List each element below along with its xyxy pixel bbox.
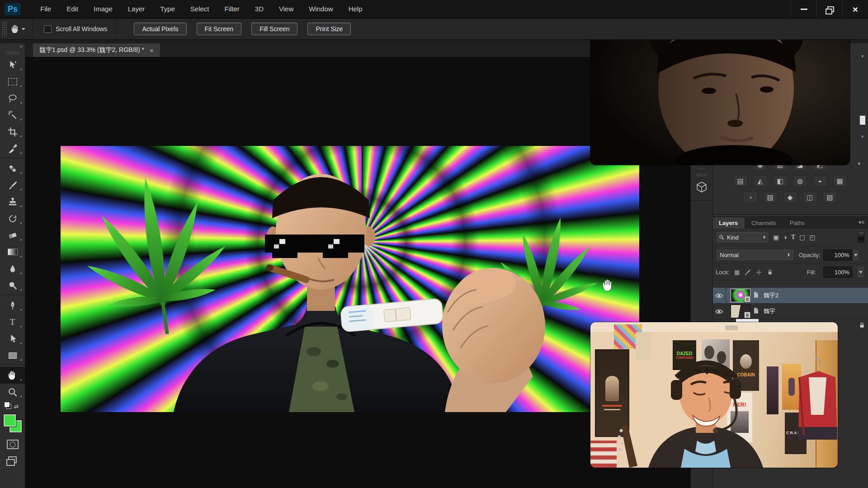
screen-mode-button[interactable]: [8, 456, 17, 463]
hue-saturation-icon[interactable]: ◭: [753, 175, 768, 187]
panel-menu-icon[interactable]: ▾≡: [859, 219, 864, 225]
menu-layer[interactable]: Layer: [120, 0, 153, 18]
filtering-toggle[interactable]: [858, 231, 864, 243]
history-brush-icon: [8, 214, 18, 224]
photo-filter-icon[interactable]: ◓: [813, 175, 827, 187]
vibrance-icon[interactable]: ▤: [733, 175, 748, 187]
filter-shape-layers-icon[interactable]: ▢: [799, 234, 805, 241]
channel-mixer-icon[interactable]: ▦: [833, 175, 847, 187]
layer-row-weiyu[interactable]: 魏宇: [712, 304, 868, 319]
foreground-color-swatch[interactable]: [4, 414, 16, 427]
color-balance-icon[interactable]: ◧: [773, 175, 788, 187]
filter-pixel-layers-icon[interactable]: ▣: [773, 234, 779, 241]
menu-file[interactable]: File: [33, 0, 59, 18]
menu-view[interactable]: View: [271, 0, 301, 18]
fill-value[interactable]: 100%: [823, 267, 852, 278]
layer-name[interactable]: 魏宇2: [764, 291, 778, 300]
lock-position-icon[interactable]: [755, 269, 762, 276]
filter-type-layers-icon[interactable]: T: [791, 234, 795, 241]
expand-icon[interactable]: ▼: [857, 161, 862, 166]
quick-mask-button[interactable]: [7, 440, 19, 449]
zoom-tool[interactable]: [0, 384, 25, 400]
menu-image[interactable]: Image: [86, 0, 120, 18]
filter-smart-objects-icon[interactable]: ◰: [809, 234, 815, 241]
dodge-tool[interactable]: [0, 277, 25, 294]
facecam-top-video: [590, 20, 850, 165]
fill-dropdown-button[interactable]: [857, 266, 864, 278]
fit-screen-button[interactable]: Fit Screen: [197, 23, 242, 35]
canvas-image[interactable]: [61, 146, 639, 412]
lock-transparency-icon[interactable]: ▦: [734, 269, 740, 276]
filter-adjustment-layers-icon[interactable]: ◑: [783, 234, 787, 241]
opacity-dropdown-button[interactable]: [852, 249, 860, 261]
tab-channels[interactable]: Channels: [745, 217, 783, 229]
rectangular-marquee-tool[interactable]: [0, 73, 25, 90]
invert-icon[interactable]: ◔: [743, 192, 758, 203]
toolbar-collapse-button[interactable]: »: [0, 43, 25, 50]
path-select-icon: [8, 334, 18, 344]
print-size-button[interactable]: Print Size: [307, 23, 351, 35]
tab-layers[interactable]: Layers: [712, 217, 745, 229]
move-tool[interactable]: [0, 56, 25, 73]
tab-close-icon[interactable]: ×: [150, 47, 154, 54]
restore-button[interactable]: [816, 0, 842, 18]
lock-all-icon[interactable]: [767, 269, 774, 276]
zoom-icon: [8, 387, 18, 397]
3d-panel-button[interactable]: [695, 181, 708, 195]
posterize-icon[interactable]: ▨: [763, 192, 778, 203]
current-tool-button[interactable]: [7, 21, 28, 37]
hand-tool[interactable]: [0, 367, 25, 384]
scroll-all-windows-checkbox[interactable]: [44, 25, 52, 33]
dock-dots: ···: [698, 164, 705, 171]
visibility-toggle[interactable]: [712, 288, 726, 303]
threshold-icon[interactable]: ◆: [783, 192, 797, 203]
gradient-tool[interactable]: [0, 244, 25, 260]
menu-select[interactable]: Select: [183, 0, 217, 18]
fill-screen-button[interactable]: Fill Screen: [251, 23, 297, 35]
menu-type[interactable]: Type: [152, 0, 183, 18]
actual-pixels-button[interactable]: Actual Pixels: [134, 23, 186, 35]
minimize-button[interactable]: [791, 0, 816, 18]
default-colors-icon[interactable]: [6, 404, 11, 409]
pen-tool[interactable]: [0, 297, 25, 314]
path-selection-tool[interactable]: [0, 330, 25, 347]
swap-colors-icon[interactable]: ⇄: [14, 403, 19, 410]
crop-tool[interactable]: [0, 123, 25, 140]
menu-edit[interactable]: Edit: [59, 0, 86, 18]
menu-window[interactable]: Window: [301, 0, 340, 18]
quick-selection-tool[interactable]: [0, 107, 25, 123]
kind-filter-dropdown[interactable]: Kind ▲▼: [716, 231, 769, 244]
rectangle-shape-tool[interactable]: [0, 347, 25, 364]
lock-paint-icon[interactable]: [744, 269, 751, 276]
selective-color-icon[interactable]: ▧: [823, 192, 837, 203]
opacity-value[interactable]: 100%: [823, 249, 852, 261]
clone-stamp-tool[interactable]: [0, 193, 25, 210]
type-tool[interactable]: T: [0, 314, 25, 330]
blur-tool[interactable]: [0, 260, 25, 277]
tab-paths[interactable]: Paths: [783, 217, 811, 229]
dock-divider: [691, 201, 712, 202]
brush-tool[interactable]: [0, 177, 25, 193]
menu-3d[interactable]: 3D: [247, 0, 271, 18]
menu-help[interactable]: Help: [341, 0, 370, 18]
layer-row-weiyu2[interactable]: 魏宇2: [712, 288, 868, 304]
layer-name[interactable]: 魏宇: [764, 307, 775, 315]
black-white-icon[interactable]: ◍: [793, 175, 807, 187]
toolbar-grip[interactable]: [6, 51, 19, 54]
eraser-tool[interactable]: [0, 227, 25, 244]
background-layer-thumbnail-sliver: [736, 319, 759, 322]
visibility-toggle[interactable]: [712, 304, 726, 319]
gradient-map-icon[interactable]: ◫: [803, 192, 817, 203]
eyedropper-tool[interactable]: [0, 140, 25, 157]
menu-filter[interactable]: Filter: [217, 0, 247, 18]
document-tab[interactable]: 魏宇1.psd @ 33.3% (魏宇2, RGB/8) * ×: [33, 43, 160, 57]
layer-thumbnail[interactable]: [731, 305, 750, 318]
lasso-tool[interactable]: [0, 90, 25, 107]
options-bar-grip[interactable]: [2, 21, 7, 37]
spot-healing-brush-tool[interactable]: [0, 160, 25, 177]
layer-thumbnail[interactable]: [731, 289, 750, 302]
blend-mode-dropdown[interactable]: Normal ▲▼: [716, 249, 794, 261]
history-brush-tool[interactable]: [0, 210, 25, 227]
close-button[interactable]: ×: [842, 0, 868, 18]
dock-grip[interactable]: [696, 173, 707, 176]
